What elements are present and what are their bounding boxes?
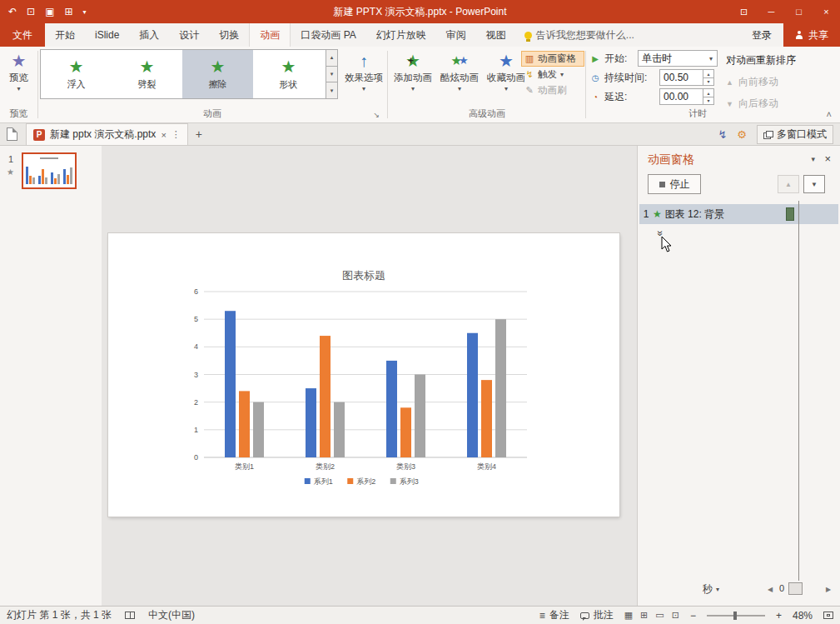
ribbon-tab-9[interactable]: 审阅 [436, 23, 476, 47]
chart-bar[interactable] [253, 402, 264, 457]
duration-stepper[interactable]: 00.50 ▴ ▾ [659, 69, 714, 86]
chart-bar[interactable] [400, 407, 411, 457]
chart[interactable]: 0123456图表标题类别1类别2类别3类别4系列1系列2系列3 [108, 233, 619, 517]
chart-bar[interactable] [415, 375, 425, 458]
spin-up-icon[interactable]: ▴ [703, 89, 713, 97]
presenter-view-icon[interactable]: ⊡ [730, 0, 758, 23]
notes-button[interactable]: ≡ 备注 [539, 608, 569, 622]
delay-stepper[interactable]: 00.00 ▴ ▾ [659, 88, 714, 105]
slide-thumbnail[interactable] [22, 152, 77, 189]
chart-bar[interactable] [386, 361, 397, 457]
ribbon-tab-7[interactable]: 口袋动画 PA [291, 23, 365, 47]
tab-menu-icon[interactable]: ⋮ [171, 129, 181, 140]
start-dropdown[interactable]: 单击时 ▾ [638, 50, 718, 67]
reorder-up-button[interactable]: ▲ [778, 175, 799, 193]
timeline-scrollbar-thumb[interactable] [788, 582, 803, 595]
comments-button[interactable]: 批注 [580, 608, 614, 622]
chart-bar[interactable] [467, 333, 478, 457]
language-indicator[interactable]: 中文(中国) [148, 608, 195, 622]
move-earlier-label: 向前移动 [738, 75, 778, 89]
gear-icon[interactable]: ⚙ [737, 128, 747, 141]
slideshow-view-icon[interactable]: ⊡ [672, 610, 679, 621]
animation-gallery-item-4[interactable]: ★形状 [253, 50, 324, 98]
new-document-icon[interactable] [7, 127, 17, 141]
effect-options-button[interactable]: ↑ 效果选项 ▾ [343, 49, 385, 107]
normal-view-icon[interactable]: ▦ [624, 610, 633, 621]
timeline-scroll-right-icon[interactable]: ▶ [826, 586, 831, 593]
slide[interactable]: 0123456图表标题类别1类别2类别3类别4系列1系列2系列3 [108, 233, 619, 517]
document-tab[interactable]: P 新建 pptx 演示文稿.pptx × ⋮ [26, 123, 188, 145]
timeline-scroll-left-icon[interactable]: ◀ [768, 586, 773, 593]
chart-bar[interactable] [239, 391, 250, 457]
ribbon-tab-4[interactable]: 设计 [169, 23, 209, 47]
ribbon-tab-3[interactable]: 插入 [129, 23, 169, 47]
undo-icon[interactable]: ↶ [8, 6, 17, 17]
seconds-dropdown[interactable]: 秒 ▾ [703, 582, 719, 597]
tell-me-box[interactable]: 告诉我您想要做什么... [516, 23, 643, 47]
pane-close-icon[interactable]: × [824, 152, 831, 165]
minimize-button[interactable]: ─ [758, 0, 785, 23]
maximize-button[interactable]: □ [785, 0, 813, 23]
start-slideshow-icon[interactable]: ⊡ [27, 6, 35, 17]
gallery-more-icon[interactable]: ▾ [326, 82, 337, 98]
animation-indicator-star-icon[interactable]: ★ [7, 167, 14, 177]
spin-down-icon[interactable]: ▾ [703, 97, 713, 105]
slide-canvas[interactable]: 0123456图表标题类别1类别2类别3类别4系列1系列2系列3 [102, 146, 637, 606]
animation-pane-button[interactable]: ▥ 动画窗格 [521, 51, 584, 67]
move-earlier-button[interactable]: ▲ 向前移动 [726, 75, 796, 89]
animation-painter-button[interactable]: ✎ 动画刷 [521, 82, 584, 98]
dialog-launcher-icon[interactable]: ↘ [373, 111, 380, 119]
animation-list-item[interactable]: 1 ★ 图表 12: 背景 [639, 204, 838, 224]
ribbon-tab-5[interactable]: 切换 [209, 23, 249, 47]
ribbon-tab-10[interactable]: 视图 [476, 23, 516, 47]
share-button[interactable]: 共享 [783, 23, 840, 47]
spin-up-icon[interactable]: ▴ [703, 70, 713, 78]
zoom-slider-thumb[interactable] [733, 612, 737, 620]
gallery-scroll-up-icon[interactable]: ▴ [326, 50, 337, 67]
ribbon-tab-2[interactable]: iSlide [85, 23, 129, 47]
ribbon-tab-1[interactable]: 开始 [45, 23, 85, 47]
new-tab-icon[interactable]: + [196, 127, 202, 141]
chart-bar[interactable] [495, 319, 506, 457]
close-button[interactable]: × [813, 0, 840, 23]
slideshow-icon[interactable]: ⊞ [64, 6, 72, 17]
qat-customize-icon[interactable]: ▾ [83, 8, 87, 16]
pane-menu-icon[interactable]: ▾ [811, 155, 815, 163]
zoom-slider[interactable] [707, 615, 765, 617]
animation-gallery-item-3[interactable]: ★擦除 [182, 50, 253, 98]
spin-down-icon[interactable]: ▾ [703, 78, 713, 86]
slide-sorter-view-icon[interactable]: ⊞ [640, 610, 648, 621]
plugin-icon[interactable]: ↯ [718, 128, 727, 141]
multi-window-mode-button[interactable]: 多窗口模式 [757, 125, 833, 144]
spell-check-icon[interactable] [125, 612, 135, 619]
chart-bar[interactable] [481, 380, 492, 457]
zoom-level[interactable]: 48% [793, 610, 813, 622]
delay-spinner[interactable]: ▴ ▾ [703, 89, 713, 104]
gallery-scroll-down-icon[interactable]: ▾ [326, 67, 337, 83]
duration-spinner[interactable]: ▴ ▾ [703, 70, 713, 85]
cool-animation-button[interactable]: ★★ 酷炫动画 ▾ [436, 49, 483, 107]
sign-in-button[interactable]: 登录 [740, 23, 783, 47]
add-animation-button[interactable]: ★+ 添加动画 ▾ [390, 49, 436, 107]
save-icon[interactable]: ▣ [45, 6, 54, 17]
collapse-ribbon-icon[interactable]: ˄ [827, 109, 832, 119]
reorder-down-button[interactable]: ▼ [803, 175, 825, 193]
fit-to-window-icon[interactable] [823, 612, 833, 619]
chart-bar[interactable] [225, 311, 236, 457]
tab-close-icon[interactable]: × [161, 130, 166, 140]
chart-bar[interactable] [334, 402, 345, 457]
zoom-in-icon[interactable]: + [776, 610, 782, 622]
ribbon-tab-8[interactable]: 幻灯片放映 [366, 23, 436, 47]
zoom-out-icon[interactable]: − [690, 610, 696, 622]
reading-view-icon[interactable]: ▭ [655, 610, 664, 621]
timeline-duration-chip[interactable] [786, 207, 794, 221]
chart-bar[interactable] [306, 388, 316, 457]
trigger-button[interactable]: ↯ 触发 ▾ [521, 67, 584, 82]
stop-button[interactable]: 停止 [648, 174, 701, 194]
animation-gallery-item-2[interactable]: ★劈裂 [112, 50, 182, 98]
preview-button[interactable]: ★ 预览 ▾ [2, 49, 35, 107]
file-tab[interactable]: 文件 [0, 23, 45, 47]
ribbon-tab-6[interactable]: 动画 [249, 23, 291, 47]
animation-gallery-item-1[interactable]: ★浮入 [41, 50, 112, 98]
chart-bar[interactable] [320, 336, 331, 457]
